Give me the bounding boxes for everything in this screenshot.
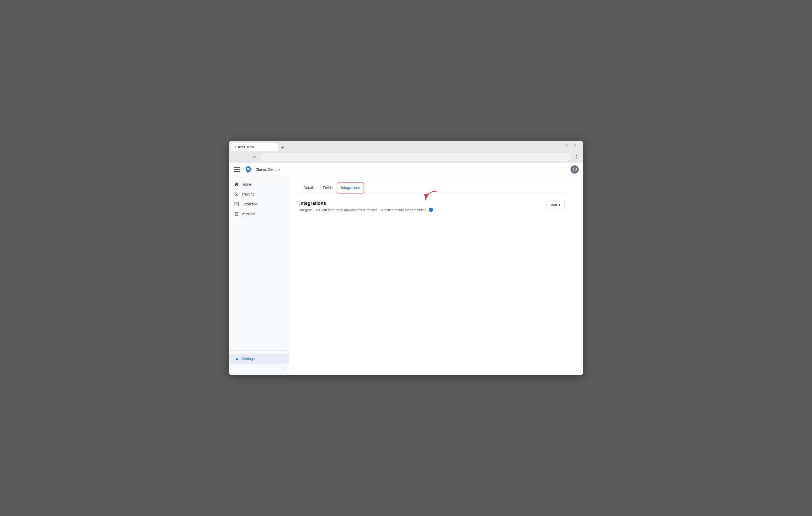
sidebar-versions-label: Versions	[241, 212, 256, 216]
back-button[interactable]: ←	[232, 153, 239, 161]
collapse-sidebar-button[interactable]: «	[282, 366, 285, 370]
app-header: Claims Demo ▾ SU	[229, 163, 583, 176]
apps-grid-icon[interactable]	[233, 166, 241, 173]
address-bar[interactable]	[260, 153, 571, 161]
training-icon	[234, 192, 239, 197]
svg-point-1	[247, 168, 250, 170]
app-name-dropdown[interactable]: Claims Demo ▾	[256, 167, 280, 172]
extraction-icon	[234, 202, 239, 206]
close-button[interactable]: ✕	[573, 143, 578, 148]
integrations-description: Integrate Exfil with third-party applica…	[299, 208, 433, 212]
settings-icon	[234, 356, 239, 361]
tab-details[interactable]: Details	[299, 182, 319, 194]
svg-rect-5	[235, 212, 238, 213]
sidebar-extraction-label: Extraction	[241, 202, 258, 206]
app-name-label: Claims Demo	[256, 167, 278, 172]
sidebar: Home Training Extraction	[229, 176, 289, 375]
browser-menu-button[interactable]: ⋮	[573, 153, 580, 161]
sidebar-item-extraction[interactable]: Extraction	[229, 199, 289, 209]
tab-fields[interactable]: Fields	[319, 182, 337, 194]
svg-rect-7	[235, 215, 238, 216]
tab-title: Claims Demo	[235, 145, 254, 149]
app-name-chevron-icon: ▾	[279, 168, 280, 171]
integrations-title: Integrations	[299, 201, 433, 206]
sidebar-home-label: Home	[241, 182, 251, 187]
info-icon[interactable]: i	[429, 208, 433, 212]
user-avatar[interactable]: SU	[571, 165, 579, 174]
tab-integrations[interactable]: Integrations	[337, 182, 364, 194]
tabs-bar: Details Fields Integrations	[299, 182, 565, 194]
reload-button[interactable]: ↺	[251, 153, 258, 161]
svg-point-3	[236, 194, 237, 195]
svg-rect-6	[235, 214, 238, 214]
browser-tab[interactable]: Claims Demo	[231, 143, 278, 151]
add-chevron-icon: ▾	[558, 203, 560, 207]
app-logo-icon	[244, 165, 253, 174]
sidebar-item-training[interactable]: Training	[229, 189, 289, 199]
sidebar-item-home[interactable]: Home	[229, 179, 289, 189]
sidebar-item-settings[interactable]: Settings	[229, 354, 289, 364]
minimize-button[interactable]: —	[556, 143, 561, 148]
sidebar-training-label: Training	[241, 192, 255, 196]
sidebar-item-versions[interactable]: Versions	[229, 209, 289, 219]
integrations-section-header: Integrations Integrate Exfil with third-…	[299, 201, 565, 212]
versions-icon	[234, 212, 239, 216]
new-tab-button[interactable]: +	[279, 144, 286, 151]
maximize-button[interactable]: □	[564, 143, 570, 148]
content-area: Details Fields Integrations	[289, 176, 583, 375]
home-icon	[234, 182, 239, 187]
add-integration-button[interactable]: Add ▾	[547, 201, 565, 209]
sidebar-settings-label: Settings	[241, 357, 255, 361]
forward-button[interactable]: →	[241, 153, 249, 161]
